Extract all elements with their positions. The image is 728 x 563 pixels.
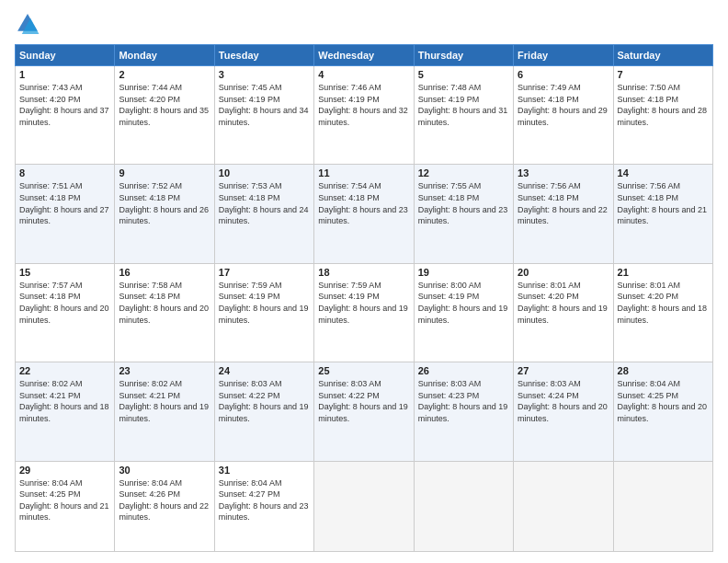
day-number: 10 — [219, 167, 310, 178]
day-cell: 15 Sunrise: 7:57 AM Sunset: 4:18 PM Dayl… — [16, 263, 115, 362]
day-info: Sunrise: 7:59 AM Sunset: 4:19 PM Dayligh… — [318, 280, 409, 326]
day-info: Sunrise: 7:43 AM Sunset: 4:20 PM Dayligh… — [19, 82, 110, 128]
day-number: 5 — [418, 69, 509, 80]
day-number: 14 — [618, 167, 709, 178]
day-info: Sunrise: 7:59 AM Sunset: 4:19 PM Dayligh… — [219, 280, 310, 326]
day-info: Sunrise: 7:58 AM Sunset: 4:18 PM Dayligh… — [119, 280, 210, 326]
day-number: 4 — [318, 69, 409, 80]
day-cell: 30 Sunrise: 8:04 AM Sunset: 4:26 PM Dayl… — [115, 461, 214, 551]
day-cell — [414, 461, 513, 551]
day-info: Sunrise: 8:00 AM Sunset: 4:19 PM Dayligh… — [418, 280, 509, 326]
day-cell: 26 Sunrise: 8:03 AM Sunset: 4:23 PM Dayl… — [414, 362, 513, 461]
day-cell: 4 Sunrise: 7:46 AM Sunset: 4:19 PM Dayli… — [314, 66, 414, 165]
day-info: Sunrise: 7:45 AM Sunset: 4:19 PM Dayligh… — [219, 82, 310, 128]
day-info: Sunrise: 8:04 AM Sunset: 4:25 PM Dayligh… — [618, 378, 709, 424]
day-cell: 21 Sunrise: 8:01 AM Sunset: 4:20 PM Dayl… — [613, 263, 712, 362]
week-row-3: 15 Sunrise: 7:57 AM Sunset: 4:18 PM Dayl… — [16, 263, 713, 362]
day-cell: 17 Sunrise: 7:59 AM Sunset: 4:19 PM Dayl… — [214, 263, 313, 362]
day-info: Sunrise: 7:54 AM Sunset: 4:18 PM Dayligh… — [318, 180, 409, 226]
day-info: Sunrise: 7:50 AM Sunset: 4:18 PM Dayligh… — [618, 82, 709, 128]
day-info: Sunrise: 8:02 AM Sunset: 4:21 PM Dayligh… — [19, 378, 110, 424]
day-info: Sunrise: 7:46 AM Sunset: 4:19 PM Dayligh… — [318, 82, 409, 128]
day-number: 20 — [518, 267, 609, 278]
col-header-tuesday: Tuesday — [214, 45, 313, 66]
col-header-monday: Monday — [115, 45, 214, 66]
day-cell: 10 Sunrise: 7:53 AM Sunset: 4:18 PM Dayl… — [214, 165, 313, 263]
day-number: 29 — [19, 465, 110, 476]
day-number: 22 — [19, 365, 110, 376]
day-cell: 20 Sunrise: 8:01 AM Sunset: 4:20 PM Dayl… — [514, 263, 613, 362]
day-cell — [514, 461, 613, 551]
day-info: Sunrise: 7:49 AM Sunset: 4:18 PM Dayligh… — [518, 82, 609, 128]
day-number: 26 — [418, 365, 509, 376]
day-cell: 24 Sunrise: 8:03 AM Sunset: 4:22 PM Dayl… — [214, 362, 313, 461]
day-number: 24 — [219, 365, 310, 376]
day-cell: 11 Sunrise: 7:54 AM Sunset: 4:18 PM Dayl… — [314, 165, 414, 263]
day-number: 1 — [19, 69, 110, 80]
day-number: 12 — [418, 167, 509, 178]
day-cell: 13 Sunrise: 7:56 AM Sunset: 4:18 PM Dayl… — [514, 165, 613, 263]
day-info: Sunrise: 7:53 AM Sunset: 4:18 PM Dayligh… — [219, 180, 310, 226]
day-cell: 27 Sunrise: 8:03 AM Sunset: 4:24 PM Dayl… — [514, 362, 613, 461]
week-row-2: 8 Sunrise: 7:51 AM Sunset: 4:18 PM Dayli… — [16, 165, 713, 263]
day-cell: 1 Sunrise: 7:43 AM Sunset: 4:20 PM Dayli… — [16, 66, 115, 165]
day-cell: 5 Sunrise: 7:48 AM Sunset: 4:19 PM Dayli… — [414, 66, 513, 165]
day-number: 11 — [318, 167, 409, 178]
day-number: 13 — [518, 167, 609, 178]
day-info: Sunrise: 8:01 AM Sunset: 4:20 PM Dayligh… — [618, 280, 709, 326]
day-number: 8 — [19, 167, 110, 178]
logo — [15, 11, 44, 37]
day-cell: 12 Sunrise: 7:55 AM Sunset: 4:18 PM Dayl… — [414, 165, 513, 263]
day-cell: 3 Sunrise: 7:45 AM Sunset: 4:19 PM Dayli… — [214, 66, 313, 165]
day-cell: 22 Sunrise: 8:02 AM Sunset: 4:21 PM Dayl… — [16, 362, 115, 461]
day-cell: 31 Sunrise: 8:04 AM Sunset: 4:27 PM Dayl… — [214, 461, 313, 551]
day-info: Sunrise: 7:48 AM Sunset: 4:19 PM Dayligh… — [418, 82, 509, 128]
col-header-saturday: Saturday — [613, 45, 712, 66]
day-info: Sunrise: 7:57 AM Sunset: 4:18 PM Dayligh… — [19, 280, 110, 326]
calendar-table: SundayMondayTuesdayWednesdayThursdayFrid… — [15, 44, 713, 552]
day-cell: 23 Sunrise: 8:02 AM Sunset: 4:21 PM Dayl… — [115, 362, 214, 461]
day-info: Sunrise: 8:04 AM Sunset: 4:25 PM Dayligh… — [19, 477, 110, 523]
day-number: 18 — [318, 267, 409, 278]
day-info: Sunrise: 8:01 AM Sunset: 4:20 PM Dayligh… — [518, 280, 609, 326]
day-cell: 14 Sunrise: 7:56 AM Sunset: 4:18 PM Dayl… — [613, 165, 712, 263]
day-cell: 7 Sunrise: 7:50 AM Sunset: 4:18 PM Dayli… — [613, 66, 712, 165]
day-number: 19 — [418, 267, 509, 278]
col-header-thursday: Thursday — [414, 45, 513, 66]
day-cell: 19 Sunrise: 8:00 AM Sunset: 4:19 PM Dayl… — [414, 263, 513, 362]
day-cell — [613, 461, 712, 551]
day-info: Sunrise: 8:03 AM Sunset: 4:23 PM Dayligh… — [418, 378, 509, 424]
day-info: Sunrise: 8:03 AM Sunset: 4:22 PM Dayligh… — [318, 378, 409, 424]
col-header-sunday: Sunday — [16, 45, 115, 66]
day-number: 16 — [119, 267, 210, 278]
logo-icon — [15, 11, 40, 37]
day-number: 31 — [219, 465, 310, 476]
day-info: Sunrise: 8:04 AM Sunset: 4:27 PM Dayligh… — [219, 477, 310, 523]
day-number: 7 — [618, 69, 709, 80]
header — [15, 11, 713, 37]
day-cell — [314, 461, 414, 551]
day-number: 9 — [119, 167, 210, 178]
day-cell: 29 Sunrise: 8:04 AM Sunset: 4:25 PM Dayl… — [16, 461, 115, 551]
day-cell: 2 Sunrise: 7:44 AM Sunset: 4:20 PM Dayli… — [115, 66, 214, 165]
week-row-4: 22 Sunrise: 8:02 AM Sunset: 4:21 PM Dayl… — [16, 362, 713, 461]
day-number: 6 — [518, 69, 609, 80]
day-info: Sunrise: 7:44 AM Sunset: 4:20 PM Dayligh… — [119, 82, 210, 128]
week-row-5: 29 Sunrise: 8:04 AM Sunset: 4:25 PM Dayl… — [16, 461, 713, 551]
col-header-wednesday: Wednesday — [314, 45, 414, 66]
day-cell: 16 Sunrise: 7:58 AM Sunset: 4:18 PM Dayl… — [115, 263, 214, 362]
day-info: Sunrise: 7:56 AM Sunset: 4:18 PM Dayligh… — [618, 180, 709, 226]
col-header-friday: Friday — [514, 45, 613, 66]
day-info: Sunrise: 7:51 AM Sunset: 4:18 PM Dayligh… — [19, 180, 110, 226]
day-number: 25 — [318, 365, 409, 376]
day-cell: 9 Sunrise: 7:52 AM Sunset: 4:18 PM Dayli… — [115, 165, 214, 263]
day-number: 28 — [618, 365, 709, 376]
day-info: Sunrise: 8:03 AM Sunset: 4:22 PM Dayligh… — [219, 378, 310, 424]
day-info: Sunrise: 7:52 AM Sunset: 4:18 PM Dayligh… — [119, 180, 210, 226]
day-cell: 28 Sunrise: 8:04 AM Sunset: 4:25 PM Dayl… — [613, 362, 712, 461]
day-number: 27 — [518, 365, 609, 376]
day-cell: 18 Sunrise: 7:59 AM Sunset: 4:19 PM Dayl… — [314, 263, 414, 362]
day-info: Sunrise: 7:56 AM Sunset: 4:18 PM Dayligh… — [518, 180, 609, 226]
day-number: 15 — [19, 267, 110, 278]
day-cell: 8 Sunrise: 7:51 AM Sunset: 4:18 PM Dayli… — [16, 165, 115, 263]
